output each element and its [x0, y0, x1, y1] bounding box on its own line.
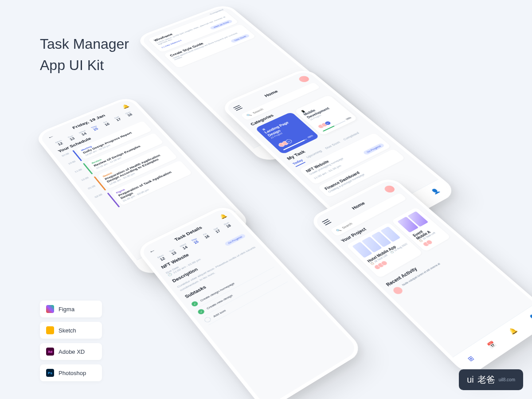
avatar[interactable] — [297, 75, 311, 83]
xd-icon: Xd — [46, 348, 54, 356]
ps-icon: Ps — [46, 369, 54, 377]
watermark: ui老爸 uil8.com — [459, 369, 523, 390]
search-icon: 🔍 — [246, 113, 252, 117]
check-icon[interactable]: ✓ — [197, 308, 206, 315]
back-button[interactable]: ← — [46, 134, 55, 141]
nav-grid-icon[interactable]: ⊞ — [466, 354, 476, 362]
notification-icon[interactable]: 🔔 — [219, 213, 228, 219]
avatar — [391, 286, 404, 295]
tool-badges: Figma Sketch XdAdobe XD PsPhotoshop — [40, 301, 102, 381]
product-title: Task ManagerApp UI Kit — [40, 33, 129, 76]
tool-sketch: Sketch — [40, 322, 102, 339]
notification-icon[interactable]: 🔔 — [121, 103, 130, 109]
avatar[interactable] — [383, 184, 396, 194]
check-empty-icon[interactable] — [203, 316, 212, 323]
menu-button[interactable] — [322, 219, 332, 225]
nav-profile-icon[interactable]: 👤 — [528, 313, 532, 321]
nav-calendar-icon[interactable]: 📅 — [486, 340, 497, 349]
nav-profile-icon[interactable]: 👤 — [430, 187, 441, 195]
tool-ps: PsPhotoshop — [40, 364, 102, 381]
sketch-icon — [46, 326, 54, 334]
back-button[interactable]: ← — [148, 247, 157, 255]
search-icon: 🔍 — [336, 228, 342, 232]
figma-icon — [46, 305, 54, 313]
tab-today[interactable]: Today — [292, 158, 305, 167]
menu-button[interactable] — [233, 105, 243, 111]
check-icon[interactable]: ✓ — [190, 301, 199, 308]
nav-bell-icon[interactable]: 🔔 — [507, 326, 518, 335]
tool-xd: XdAdobe XD — [40, 343, 102, 360]
tool-figma: Figma — [40, 301, 102, 317]
